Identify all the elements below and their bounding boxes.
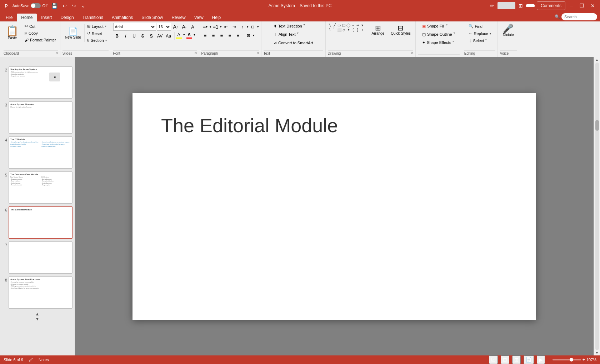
reset-button[interactable]: ↺ Reset <box>85 30 109 37</box>
italic-button[interactable]: I <box>122 32 130 40</box>
shape-effects-button[interactable]: ✦ Shape Effects ˅ <box>420 39 456 46</box>
slide-canvas[interactable]: The Editorial Module <box>132 93 536 320</box>
paragraph-expand-icon[interactable]: ⧉ <box>257 51 259 55</box>
character-spacing-button[interactable]: AV <box>156 32 164 40</box>
font-shrink-button[interactable]: A- <box>180 23 188 31</box>
bold-button[interactable]: B <box>113 32 121 40</box>
tab-design[interactable]: Design <box>56 14 78 21</box>
copy-button[interactable]: ⎘ Copy <box>23 30 58 36</box>
tab-animations[interactable]: Animations <box>108 14 137 21</box>
normal-view-button[interactable]: ⊟ <box>501 355 509 364</box>
shape-freeform-icon[interactable]: ⌒ <box>332 28 337 32</box>
format-painter-button[interactable]: 🖌 Format Painter <box>23 37 58 43</box>
decrease-indent-button[interactable]: ⇤ <box>222 23 230 31</box>
slide-thumb-6[interactable]: 6 The Editorial Module <box>1 206 73 239</box>
tab-view[interactable]: View <box>190 14 208 21</box>
slide-preview-5[interactable]: The Customer Care Module New System User… <box>9 171 72 204</box>
slide-thumb-8[interactable]: 8 Acme System Best Practices: • Know wha… <box>1 276 73 309</box>
font-expand-icon[interactable]: ⧉ <box>195 51 197 55</box>
autosave-pill[interactable] <box>31 3 41 8</box>
undo-button[interactable]: ↩ <box>61 2 68 9</box>
shape-arrow1-icon[interactable]: → <box>351 23 355 27</box>
present-button[interactable]: ⊞ <box>518 2 524 9</box>
tab-review[interactable]: Review <box>167 14 190 21</box>
shape-diamond-icon[interactable]: ◇ <box>342 28 346 32</box>
smart-distribute-button[interactable]: ⊡ <box>245 31 252 39</box>
new-slide-button[interactable]: 📄 New Slide <box>62 23 84 44</box>
font-size-select[interactable]: 16 12 14 18 24 32 <box>157 23 171 31</box>
arrange-button[interactable]: ⊞ Arrange <box>369 23 387 37</box>
slideshow-view-button[interactable]: ▶ <box>537 355 545 364</box>
clipboard-expand-icon[interactable]: ⧉ <box>56 51 58 55</box>
zoom-slider[interactable] <box>552 359 581 360</box>
shape-line2-icon[interactable]: ╱ <box>332 23 337 27</box>
slide-thumb-7[interactable]: 7 <box>1 241 73 274</box>
align-left-button[interactable]: ≡ <box>201 31 209 39</box>
increase-indent-button[interactable]: ⇥ <box>230 23 238 31</box>
find-button[interactable]: 🔍 Find <box>467 23 484 30</box>
shapes-more-btn[interactable]: ▾ <box>360 23 365 27</box>
font-grow-button[interactable]: A+ <box>172 23 180 31</box>
zoom-minus-button[interactable]: ─ <box>548 357 551 362</box>
font-color-dropdown[interactable]: ▾ <box>193 32 196 40</box>
shape-fill-button[interactable]: ▣ Shape Fill ˅ <box>420 23 450 30</box>
comments-button[interactable]: Comments <box>537 1 565 10</box>
shape-brace-icon[interactable]: } <box>356 28 360 32</box>
tab-transitions[interactable]: Transitions <box>78 14 108 21</box>
shape-oval-icon[interactable]: ◯ <box>346 23 351 27</box>
slide-preview-3[interactable]: Acme System Modules Choose the right mod… <box>9 101 72 134</box>
underline-button[interactable]: U <box>130 32 138 40</box>
paste-button[interactable]: 📋 Paste <box>4 23 21 43</box>
convert-smartart-button[interactable]: ⊿ Convert to SmartArt <box>272 39 315 46</box>
numbering-dropdown[interactable]: ▾ <box>220 25 222 29</box>
line-spacing-dropdown[interactable]: ▾ <box>247 25 249 29</box>
change-case-button[interactable]: Aa <box>165 32 172 40</box>
quick-styles-button[interactable]: ⊟ Quick Styles <box>388 23 413 37</box>
slide-preview-2[interactable]: Starting the Acme System • Make sure you… <box>9 66 72 99</box>
slide-preview-4[interactable]: The IT Module • Use when you've already … <box>9 136 72 169</box>
highlight-color-button[interactable]: A <box>176 32 182 40</box>
canvas-scroll-down-button[interactable]: ▼ <box>595 351 599 355</box>
shape-round-rect-icon[interactable]: ▢ <box>342 23 346 27</box>
line-spacing-button[interactable]: ↕ <box>239 23 246 31</box>
slide-main-title[interactable]: The Editorial Module <box>161 114 338 136</box>
canvas-scrollbar-thumb[interactable] <box>595 120 599 131</box>
shape-star-icon[interactable]: ✦ <box>346 28 351 32</box>
tab-insert[interactable]: Insert <box>37 14 56 21</box>
align-text-button[interactable]: ⊤ Align Text ˅ <box>272 31 301 38</box>
highlight-dropdown[interactable]: ▾ <box>182 32 186 40</box>
slide-thumb-2[interactable]: 2 Starting the Acme System • Make sure y… <box>1 66 73 99</box>
align-center-button[interactable]: ≡ <box>210 31 218 39</box>
autosave-toggle[interactable]: AutoSave Off <box>12 3 48 8</box>
zoom-plus-button[interactable]: + <box>582 357 585 362</box>
slide-preview-8[interactable]: Acme System Best Practices: • Know what … <box>9 276 72 309</box>
columns-button[interactable]: ⊟ <box>249 23 257 31</box>
numbering-button[interactable]: ≡1 <box>212 23 220 31</box>
bullets-dropdown[interactable]: ▾ <box>210 25 211 29</box>
section-button[interactable]: § Section ▾ <box>85 37 109 44</box>
accessibility-button[interactable]: ☑ <box>489 355 498 364</box>
slide-sorter-button[interactable]: ⊞ <box>512 355 521 364</box>
tab-slideshow[interactable]: Slide Show <box>137 14 167 21</box>
smart-distribute-dropdown[interactable]: ▾ <box>253 34 255 37</box>
shape-line-icon[interactable]: ╲ <box>328 23 332 27</box>
minimize-button[interactable]: ─ <box>568 2 575 9</box>
dictate-button[interactable]: 🎤 Dictate <box>500 23 516 38</box>
notes-label[interactable]: Notes <box>39 358 49 362</box>
justify-button[interactable]: ≡ <box>226 31 234 39</box>
layout-button[interactable]: ⊞ Layout ▾ <box>85 23 109 30</box>
cut-button[interactable]: ✂ Cut <box>23 23 58 30</box>
close-button[interactable]: ✕ <box>589 2 597 9</box>
share-button[interactable] <box>526 4 535 7</box>
shape-block-icon[interactable]: ⬜ <box>337 28 341 32</box>
shape-eq-icon[interactable]: \ <box>328 28 332 32</box>
bullets-button[interactable]: ≡• <box>201 23 209 31</box>
shape-callout-icon[interactable]: { <box>351 28 355 32</box>
slide-preview-6[interactable]: The Editorial Module <box>9 206 72 239</box>
strikethrough-button[interactable]: S <box>139 32 147 40</box>
draw-mode-button[interactable]: ✏ <box>489 2 495 9</box>
save-button[interactable]: 💾 <box>50 2 59 9</box>
shape-outline-button[interactable]: ▢ Shape Outline ˅ <box>420 31 457 38</box>
redo-button[interactable]: ↪ <box>71 2 77 9</box>
search-input[interactable] <box>561 13 597 20</box>
